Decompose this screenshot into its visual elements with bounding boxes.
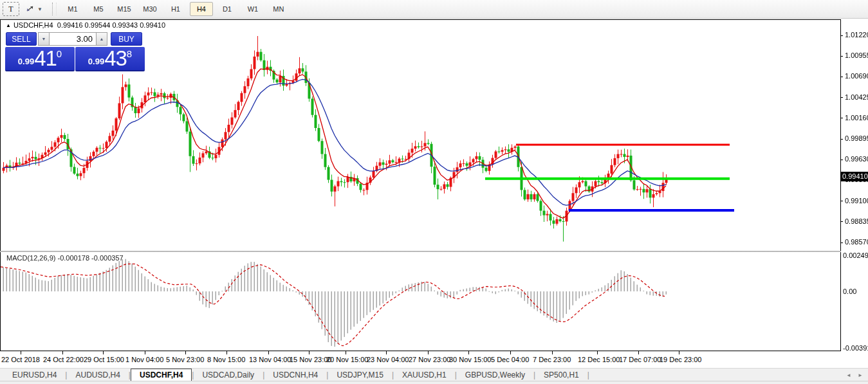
time-axis-label: 23 Nov 04:00 xyxy=(367,356,409,363)
chart-tab-usdcad[interactable]: USDCAD,Daily xyxy=(194,369,263,381)
price-axis-label: 1.00160 xyxy=(845,114,868,122)
timeframe-button-m15[interactable]: M15 xyxy=(113,2,136,16)
price-tick xyxy=(840,201,843,201)
time-tick xyxy=(428,351,429,354)
chevron-down-icon: ▼ xyxy=(37,6,42,12)
macd-chart-canvas[interactable] xyxy=(0,252,841,351)
chart-ohlc-values: 0.99416 0.99544 0.99343 0.99410 xyxy=(57,21,165,29)
price-axis-label: 0.99895 xyxy=(845,134,868,142)
timeframe-button-m30[interactable]: M30 xyxy=(138,2,162,16)
chart-tab-gbpusd[interactable]: GBPUSD,Weekly xyxy=(457,369,533,381)
mt4-window: T ▼ M1M5M15M30H1H4D1W1MN ▲USDCHF,H4 0.99… xyxy=(0,0,868,384)
volume-increase-button[interactable]: ▲ xyxy=(96,32,107,46)
time-tick xyxy=(552,351,553,354)
macd-axis-label: -0.003913 xyxy=(843,344,868,352)
price-axis-label: 1.00690 xyxy=(845,72,868,80)
time-axis-label: 22 Oct 2018 xyxy=(1,356,40,363)
time-tick xyxy=(145,351,145,354)
price-tick xyxy=(840,56,843,57)
price-tick xyxy=(840,221,843,222)
time-axis-label: 5 Nov 23:00 xyxy=(166,356,204,363)
time-axis-label: 13 Nov 04:00 xyxy=(249,356,291,363)
chart-tab-sp500[interactable]: SP500,H1 xyxy=(535,369,587,381)
macd-axis-label: 0.00 xyxy=(843,288,856,295)
sell-price-display[interactable]: 0.99410 xyxy=(5,47,75,71)
arrows-tool-button[interactable]: ▼ xyxy=(22,2,46,16)
time-tick xyxy=(597,351,598,354)
time-axis-label: 1 Nov 04:00 xyxy=(125,356,163,363)
time-axis-label: 12 Dec 15:00 xyxy=(578,356,620,363)
price-axis-label: 1.00955 xyxy=(845,51,868,59)
chart-tab-xauusd[interactable]: XAUUSD,H1 xyxy=(394,369,455,381)
price-axis-label: 1.00425 xyxy=(845,93,868,101)
time-axis-label: 20 Nov 15:00 xyxy=(326,356,368,363)
time-axis-label: 15 Nov 23:00 xyxy=(290,356,331,363)
price-axis-label: 0.99630 xyxy=(845,155,868,163)
timeframe-button-mn[interactable]: MN xyxy=(267,2,290,16)
chart-tab-bar: EURUSD,H4|AUDUSD,H4|USDCHF,H4|USDCAD,Dai… xyxy=(0,368,868,381)
timeframe-button-d1[interactable]: D1 xyxy=(216,2,239,16)
chart-symbol-label: USDCHF,H4 xyxy=(14,21,53,29)
price-tick xyxy=(840,97,843,98)
tab-scroll-left-button[interactable]: ◄ xyxy=(846,369,851,381)
time-tick xyxy=(185,351,186,354)
time-axis-label: 17 Dec 07:00 xyxy=(619,356,661,363)
timeframe-button-m5[interactable]: M5 xyxy=(87,2,110,16)
time-tick xyxy=(103,351,104,354)
toolbar-separator xyxy=(52,3,57,15)
time-tick xyxy=(468,351,469,354)
time-tick xyxy=(638,351,639,354)
volume-input[interactable]: 3.00 xyxy=(49,32,97,46)
price-axis-label: 1.01220 xyxy=(845,31,868,39)
time-tick xyxy=(226,351,227,354)
volume-decrease-button[interactable]: ▼ xyxy=(38,32,50,46)
timeframe-button-group: M1M5M15M30H1H4D1W1MN xyxy=(60,2,291,16)
price-tick xyxy=(840,139,843,140)
time-tick xyxy=(346,351,346,354)
time-tick xyxy=(679,351,679,354)
price-axis-label: 0.98835 xyxy=(845,217,868,225)
arrow-left-icon: ◄ xyxy=(846,372,851,378)
chart-tab-audusd[interactable]: AUDUSD,H4 xyxy=(67,369,128,381)
time-axis-label: 5 Dec 04:00 xyxy=(491,356,529,363)
buy-button[interactable]: BUY xyxy=(111,32,142,46)
tab-separator: | xyxy=(587,369,589,381)
price-tick xyxy=(840,242,843,243)
price-tick xyxy=(840,77,843,77)
chart-tab-eurusd[interactable]: EURUSD,H4 xyxy=(4,369,65,381)
time-tick xyxy=(62,351,63,354)
time-axis-label: 30 Nov 15:00 xyxy=(449,356,491,363)
macd-indicator-label: MACD(12,26,9) -0.000178 -0.000357 xyxy=(6,254,124,262)
text-tool-button[interactable]: T xyxy=(3,2,19,16)
time-axis-label: 24 Oct 22:00 xyxy=(43,356,84,363)
time-axis-label: 7 Dec 23:00 xyxy=(533,356,571,363)
timeframe-button-h1[interactable]: H1 xyxy=(164,2,187,16)
collapse-arrow-icon: ▲ xyxy=(6,23,11,28)
time-axis-label: 27 Nov 23:00 xyxy=(409,356,450,363)
tab-scroll-right-button[interactable]: ► xyxy=(858,369,863,381)
chart-header: ▲USDCHF,H4 0.99416 0.99544 0.99343 0.994… xyxy=(6,21,165,29)
toolbar: T ▼ M1M5M15M30H1H4D1W1MN xyxy=(0,0,868,19)
time-tick xyxy=(386,351,387,354)
time-axis-label: 8 Nov 15:00 xyxy=(207,356,245,363)
chart-tab-usdchf[interactable]: USDCHF,H4 xyxy=(131,369,192,381)
sell-button[interactable]: SELL xyxy=(6,32,37,46)
price-tick xyxy=(840,118,843,118)
timeframe-button-m1[interactable]: M1 xyxy=(61,2,84,16)
time-axis-label: 29 Oct 15:00 xyxy=(84,356,124,363)
timeframe-button-h4[interactable]: H4 xyxy=(190,2,213,16)
chart-tab-usdjpy[interactable]: USDJPY,M15 xyxy=(328,369,391,381)
price-axis-label: 0.99100 xyxy=(845,197,868,205)
macd-axis-label: 0.002492 xyxy=(843,251,868,259)
status-strip xyxy=(0,381,868,384)
chart-tab-usdcnh[interactable]: USDCNH,H4 xyxy=(264,369,326,381)
arrow-right-icon: ► xyxy=(858,372,863,378)
timeframe-button-w1[interactable]: W1 xyxy=(241,2,264,16)
current-price-badge: 0.99410 xyxy=(840,172,868,181)
triangle-down-icon: ▼ xyxy=(42,37,46,41)
price-axis-label: 0.98570 xyxy=(845,238,868,246)
time-axis-label: 19 Dec 23:00 xyxy=(660,356,701,363)
price-tick xyxy=(840,160,843,160)
price-tick xyxy=(840,35,843,36)
buy-price-display[interactable]: 0.99438 xyxy=(75,47,145,71)
